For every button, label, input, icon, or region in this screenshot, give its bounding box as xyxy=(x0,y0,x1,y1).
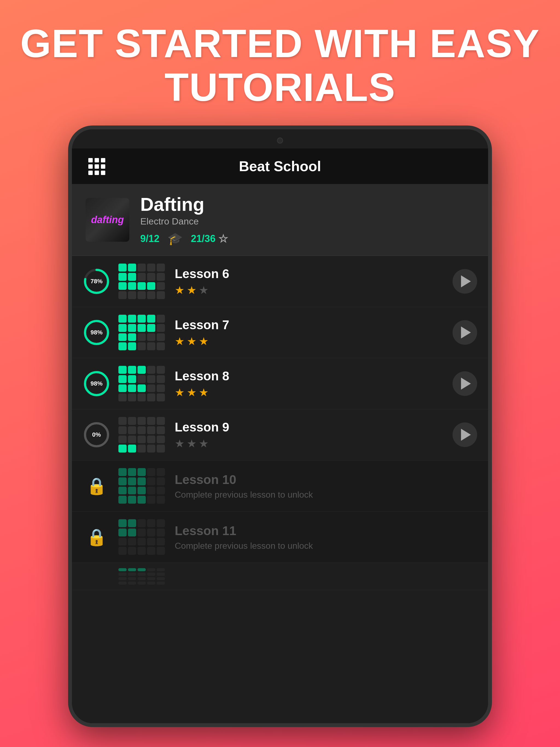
beat-grid-8 xyxy=(119,366,165,402)
artist-stats: 9/12 🎓 21/36 ☆ xyxy=(140,232,475,246)
album-art: dafting xyxy=(85,198,129,242)
headline: GET STARTED WITH EASY TUTORIALS xyxy=(20,0,540,126)
progress-label-8: 98% xyxy=(91,380,103,387)
lesson-item[interactable]: 98% Lesson 7 ★ ★ ★ xyxy=(72,307,488,358)
star-2: ★ xyxy=(187,335,197,347)
lesson-stars-6: ★ ★ ★ xyxy=(175,284,447,297)
lock-icon-11: 🔒 xyxy=(83,527,110,547)
star-1: ★ xyxy=(175,335,184,347)
lesson-info-11: Lesson 11 Complete previous lesson to un… xyxy=(175,523,477,551)
artist-card: dafting Dafting Electro Dance 9/12 🎓 21/… xyxy=(72,184,488,256)
play-button-6[interactable] xyxy=(453,269,477,294)
lesson-info-8: Lesson 8 ★ ★ ★ xyxy=(175,368,447,398)
artist-name: Dafting xyxy=(140,194,475,215)
lesson-item-partial: 🔒 xyxy=(72,563,488,590)
lesson-name-10: Lesson 10 xyxy=(175,472,477,487)
artist-genre: Electro Dance xyxy=(140,216,475,227)
play-button-7[interactable] xyxy=(453,320,477,345)
progress-circle-7: 98% xyxy=(83,319,110,346)
headline-line1: GET STARTED WITH EASY xyxy=(20,22,540,66)
star-3: ★ xyxy=(199,335,209,347)
grid-dot xyxy=(88,171,93,175)
lesson-name-8: Lesson 8 xyxy=(175,368,447,383)
lesson-info-6: Lesson 6 ★ ★ ★ xyxy=(175,266,447,297)
grid-dot xyxy=(88,158,93,162)
grid-dot xyxy=(95,158,99,162)
album-text: dafting xyxy=(91,215,124,225)
progress-label-7: 98% xyxy=(91,329,103,336)
top-bar: Beat School xyxy=(72,149,488,184)
play-button-8[interactable] xyxy=(453,371,477,396)
star-3: ★ xyxy=(199,386,209,398)
progress-label-6: 78% xyxy=(91,278,103,285)
beat-grid-9 xyxy=(119,417,165,453)
lesson-stars-9: ★ ★ ★ xyxy=(175,437,447,450)
progress-label-9: 0% xyxy=(92,431,101,438)
grid-dot xyxy=(88,164,93,169)
stars-stat: 21/36 ☆ xyxy=(191,232,228,245)
progress-circle-8: 98% xyxy=(83,370,110,397)
star-2: ★ xyxy=(187,386,197,398)
tablet-frame: Beat School dafting Dafting Electro Danc… xyxy=(68,126,492,727)
beat-grid-10 xyxy=(119,468,165,504)
play-icon xyxy=(461,275,471,287)
unlock-text-10: Complete previous lesson to unlock xyxy=(175,490,477,500)
lesson-name-7: Lesson 7 xyxy=(175,317,447,332)
star-1: ★ xyxy=(175,437,184,450)
star-outline-icon: ☆ xyxy=(218,232,228,245)
app-title: Beat School xyxy=(105,158,455,175)
unlock-text-11: Complete previous lesson to unlock xyxy=(175,541,477,551)
lessons-stat: 9/12 xyxy=(140,233,159,244)
play-icon xyxy=(461,327,471,338)
lesson-item-locked-10: 🔒 Lesson 10 Complete previous lesson to … xyxy=(72,460,488,512)
beat-grid-11 xyxy=(119,519,165,555)
beat-grid-partial xyxy=(119,568,165,585)
lesson-item[interactable]: 0% Lesson 9 ★ ★ ★ xyxy=(72,409,488,460)
play-icon xyxy=(461,429,471,441)
beat-grid-6 xyxy=(119,264,165,299)
lesson-name-11: Lesson 11 xyxy=(175,523,477,538)
lesson-stars-7: ★ ★ ★ xyxy=(175,335,447,347)
grid-dot xyxy=(95,164,99,169)
lesson-name-9: Lesson 9 xyxy=(175,420,447,435)
star-1: ★ xyxy=(175,284,184,297)
progress-circle-9: 0% xyxy=(83,421,110,448)
progress-circle-6: 78% xyxy=(83,268,110,295)
menu-icon[interactable] xyxy=(88,158,105,175)
lesson-item[interactable]: 78% Lesson 6 ★ ★ ★ xyxy=(72,256,488,307)
star-3: ★ xyxy=(199,284,209,297)
artist-info: Dafting Electro Dance 9/12 🎓 21/36 ☆ xyxy=(140,194,475,246)
star-1: ★ xyxy=(175,386,184,398)
star-2: ★ xyxy=(187,437,197,450)
app-screen: Beat School dafting Dafting Electro Danc… xyxy=(72,129,488,723)
graduation-icon: 🎓 xyxy=(168,232,183,246)
headline-line2: TUTORIALS xyxy=(20,66,540,109)
lesson-item-locked-11: 🔒 Lesson 11 Complete previous lesson to … xyxy=(72,512,488,563)
lesson-stars-8: ★ ★ ★ xyxy=(175,386,447,398)
lesson-name-6: Lesson 6 xyxy=(175,266,447,281)
lesson-item[interactable]: 98% Lesson 8 ★ ★ ★ xyxy=(72,358,488,409)
lesson-info-9: Lesson 9 ★ ★ ★ xyxy=(175,420,447,450)
play-button-9[interactable] xyxy=(453,422,477,447)
grid-dot xyxy=(95,171,99,175)
star-3: ★ xyxy=(199,437,209,450)
play-icon xyxy=(461,378,471,390)
lock-icon-10: 🔒 xyxy=(83,476,110,496)
beat-grid-7 xyxy=(119,315,165,350)
star-2: ★ xyxy=(187,284,197,297)
camera-dot xyxy=(277,137,283,144)
lesson-info-7: Lesson 7 ★ ★ ★ xyxy=(175,317,447,347)
lesson-info-10: Lesson 10 Complete previous lesson to un… xyxy=(175,472,477,500)
lesson-list: 78% Lesson 6 ★ ★ ★ xyxy=(72,256,488,723)
